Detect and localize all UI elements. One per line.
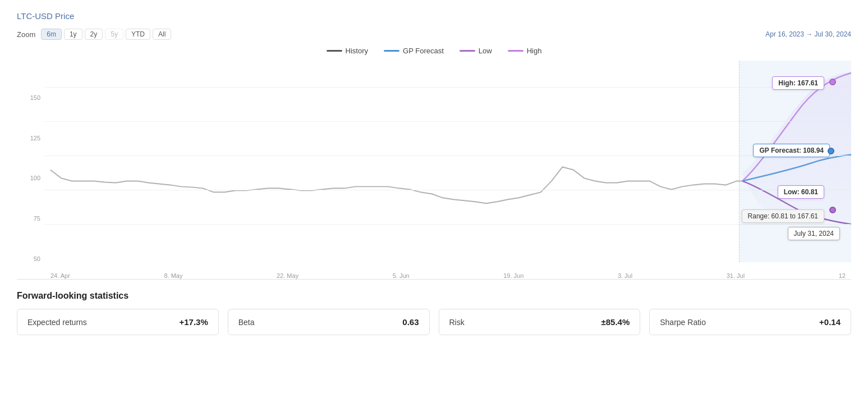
grid-line-125	[45, 121, 851, 122]
zoom-bar: Zoom 6m 1y 2y 5y YTD All Apr 16, 2023 → …	[17, 29, 851, 40]
legend-forecast: GP Forecast	[384, 47, 444, 55]
dot-forecast	[828, 148, 834, 154]
stat-label-sharpe: Sharpe Ratio	[660, 318, 706, 327]
stats-title: Forward-looking statistics	[17, 291, 851, 301]
stat-value-risk: ±85.4%	[601, 317, 630, 327]
x-label-5jun: 5. Jun	[393, 272, 410, 279]
zoom-6m[interactable]: 6m	[41, 29, 62, 40]
stat-card-sharpe: Sharpe Ratio +0.14	[649, 309, 851, 335]
zoom-1y[interactable]: 1y	[64, 29, 82, 40]
stat-value-returns: +17.3%	[179, 317, 208, 327]
legend-forecast-label: GP Forecast	[403, 47, 444, 55]
stats-cards: Expected returns +17.3% Beta 0.63 Risk ±…	[17, 309, 851, 335]
stat-card-risk: Risk ±85.4%	[439, 309, 641, 335]
tooltip-date-text: July 31, 2024	[794, 230, 834, 237]
y-label-100: 100	[17, 175, 45, 181]
chart-inner: High: 167.61 GP Forecast: 108.94 Low: 60…	[45, 61, 851, 262]
tooltip-low: Low: 60.81	[778, 185, 824, 199]
stats-section: Forward-looking statistics Expected retu…	[17, 291, 851, 335]
legend-history-line	[327, 50, 342, 52]
chart-svg	[45, 61, 851, 262]
stat-value-beta: 0.63	[402, 317, 419, 327]
x-label-12: 12	[839, 272, 846, 279]
legend-forecast-line	[384, 50, 399, 52]
zoom-label: Zoom	[17, 30, 35, 39]
legend-high: High	[508, 47, 542, 55]
tooltip-range-text: Range: 60.81 to 167.61	[748, 212, 818, 220]
tooltip-low-text: Low: 60.81	[784, 188, 818, 196]
stat-card-beta: Beta 0.63	[228, 309, 430, 335]
legend-history-label: History	[346, 47, 368, 55]
tooltip-high-text: High: 167.61	[778, 79, 818, 87]
legend-history: History	[327, 47, 368, 55]
dot-high	[829, 79, 836, 85]
legend-high-line	[508, 50, 523, 52]
y-label-150: 150	[17, 94, 45, 101]
grid-line-75	[45, 190, 851, 190]
legend-low-label: Low	[479, 47, 492, 55]
tooltip-date: July 31, 2024	[788, 227, 840, 240]
chart-legend: History GP Forecast Low High	[17, 47, 851, 55]
legend-high-label: High	[527, 47, 542, 55]
legend-low-line	[460, 50, 475, 52]
chart-title: LTC-USD Price	[17, 11, 851, 21]
stat-card-returns: Expected returns +17.3%	[17, 309, 219, 335]
grid-line-50	[45, 224, 851, 225]
tooltip-forecast-text: GP Forecast: 108.94	[759, 147, 824, 154]
x-axis: 24. Apr 8. May 22. May 5. Jun 19. Jun 3.…	[45, 272, 851, 279]
dot-low	[829, 207, 836, 213]
legend-low: Low	[460, 47, 492, 55]
zoom-controls: Zoom 6m 1y 2y 5y YTD All	[17, 29, 171, 40]
x-label-22may: 22. May	[277, 272, 298, 279]
date-range: Apr 16, 2023 → Jul 30, 2024	[765, 30, 851, 38]
tooltip-high: High: 167.61	[772, 76, 824, 90]
x-label-8may: 8. May	[164, 272, 182, 279]
zoom-ytd[interactable]: YTD	[126, 29, 150, 40]
stat-value-sharpe: +0.14	[819, 317, 841, 327]
stat-label-risk: Risk	[449, 318, 465, 327]
tooltip-forecast: GP Forecast: 108.94	[753, 144, 830, 157]
x-label-19jun: 19. Jun	[503, 272, 523, 279]
stat-label-returns: Expected returns	[27, 318, 87, 327]
y-axis: 150 125 100 75 50	[17, 61, 45, 262]
chart-area: 150 125 100 75 50	[17, 61, 851, 280]
y-label-125: 125	[17, 135, 45, 141]
zoom-2y[interactable]: 2y	[85, 29, 103, 40]
stat-label-beta: Beta	[238, 318, 255, 327]
grid-line-150	[45, 87, 851, 88]
tooltip-range: Range: 60.81 to 167.61	[742, 209, 824, 223]
x-label-24apr: 24. Apr	[50, 272, 70, 279]
grid-line-100	[45, 156, 851, 156]
x-label-31jul: 31. Jul	[727, 272, 745, 279]
zoom-all[interactable]: All	[153, 29, 171, 40]
history-line	[50, 167, 742, 203]
zoom-5y[interactable]: 5y	[105, 29, 123, 40]
y-label-50: 50	[17, 255, 45, 262]
x-label-3jul: 3. Jul	[618, 272, 632, 279]
y-label-75: 75	[17, 215, 45, 222]
